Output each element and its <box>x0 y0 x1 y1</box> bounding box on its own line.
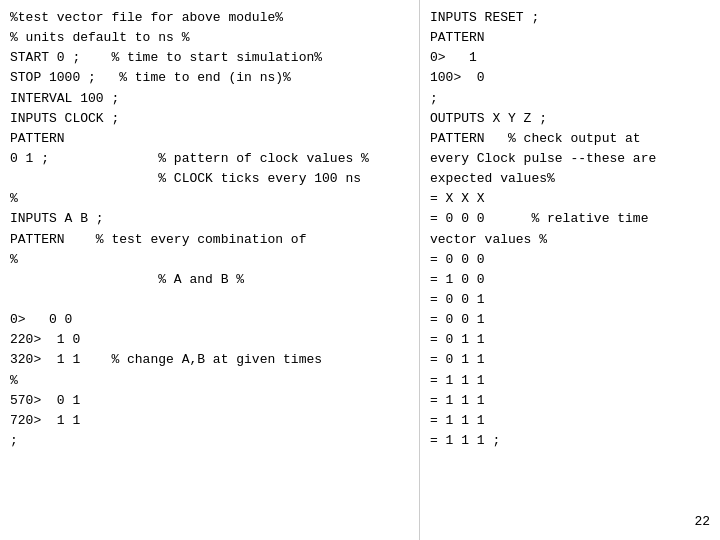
right-panel: INPUTS RESET ; PATTERN 0> 1 100> 0 ; OUT… <box>420 0 720 540</box>
left-panel: %test vector file for above module% % un… <box>0 0 420 540</box>
main-container: %test vector file for above module% % un… <box>0 0 720 540</box>
page-number: 22 <box>694 512 710 532</box>
right-content: INPUTS RESET ; PATTERN 0> 1 100> 0 ; OUT… <box>430 10 656 448</box>
